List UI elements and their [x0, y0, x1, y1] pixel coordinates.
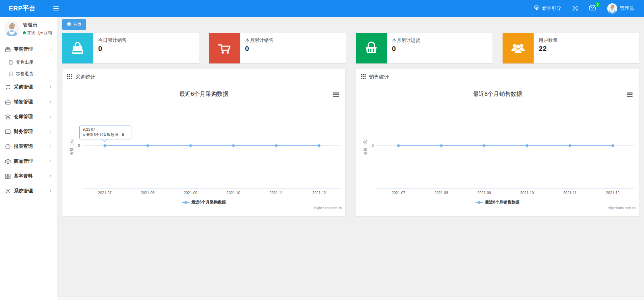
- user-name-label: 管理员: [620, 5, 634, 11]
- sales-stats-panel: 销售统计 最近6个月销售数据 金额（元） 0 最近6个月销售数据 Highcha…: [356, 69, 639, 217]
- data-point[interactable]: [483, 144, 486, 147]
- chart-credits[interactable]: Highcharts.com.cn: [314, 206, 342, 210]
- chart-title: 最近6个月销售数据: [356, 90, 639, 98]
- sidebar-item-retail[interactable]: 零售管理: [0, 42, 57, 57]
- legend-item[interactable]: 最近6个月销售数据: [356, 199, 639, 205]
- data-point[interactable]: [612, 144, 614, 147]
- sidebar-item-label: 零售退货: [16, 71, 33, 77]
- sidebar-item-system[interactable]: 系统管理: [0, 184, 57, 198]
- sidebar-avatar: [4, 21, 20, 36]
- sidebar-user-panel: 管理员 在线 注销: [0, 17, 57, 40]
- sidebar-item-basic-data[interactable]: 基本资料: [0, 169, 57, 184]
- users-icon: [503, 33, 534, 63]
- envelope-icon: [589, 5, 596, 11]
- package-icon: [5, 159, 11, 164]
- legend-item[interactable]: 最近6个月采购数据: [62, 199, 345, 205]
- journal-icon: [8, 72, 13, 76]
- sidebar-item-warehouse[interactable]: 仓库管理: [0, 109, 57, 124]
- grid-icon: [5, 173, 11, 179]
- fullscreen-button[interactable]: [572, 5, 578, 12]
- app-brand: ERP平台: [0, 4, 49, 13]
- sidebar-item-products[interactable]: 商品管理: [0, 154, 57, 169]
- stat-card-label: 本月累计进货: [392, 37, 420, 44]
- sidebar-item-purchase[interactable]: 采购管理: [0, 80, 57, 94]
- sales-chart: 最近6个月销售数据 金额（元） 0 最近6个月销售数据 Highcharts.c…: [356, 85, 639, 216]
- sidebar-item-finance[interactable]: 财务管理: [0, 124, 57, 139]
- page-footer: [57, 297, 644, 300]
- stat-card-month-purchase: 本月累计进货 0: [356, 33, 492, 63]
- purchase-chart: 最近6个月采购数据 金额（元） 0 最近6个月采购数据 Highcharts.c…: [62, 85, 345, 216]
- y-axis-tick: 0: [356, 143, 374, 147]
- tab-home[interactable]: 首页: [62, 19, 86, 30]
- data-point[interactable]: [569, 144, 571, 147]
- data-point[interactable]: [526, 144, 529, 147]
- clock-icon: [5, 144, 11, 149]
- sidebar-item-label: 财务管理: [14, 129, 33, 135]
- home-icon: [67, 22, 71, 27]
- sidebar-toggle-button[interactable]: [49, 0, 63, 17]
- user-menu[interactable]: 管理员: [607, 3, 634, 13]
- chart-context-menu-button[interactable]: [626, 91, 634, 99]
- chevron-left-icon: [50, 101, 53, 104]
- data-point[interactable]: [275, 144, 278, 147]
- sidebar-item-retail-return[interactable]: 零售退货: [0, 68, 57, 80]
- fullscreen-icon: [572, 5, 578, 12]
- online-status-icon: [23, 31, 26, 34]
- top-navbar: ERP平台 新手引导 0: [0, 0, 644, 17]
- data-point[interactable]: [146, 144, 149, 147]
- loop-icon: [5, 84, 11, 90]
- stat-card-value: 0: [98, 45, 127, 53]
- hamburger-icon: [53, 5, 59, 11]
- x-axis-label: 2021-11: [563, 191, 577, 195]
- sidebar-item-retail-outbound[interactable]: 零售出库: [0, 57, 57, 68]
- sidebar-item-label: 商品管理: [14, 158, 33, 164]
- legend-marker-icon: [476, 201, 483, 204]
- x-axis-label: 2021-07: [392, 191, 405, 195]
- sidebar-item-reports[interactable]: 报表查询: [0, 139, 57, 154]
- data-point[interactable]: [104, 144, 106, 147]
- journal-icon: [8, 60, 13, 65]
- x-axis-label: 2021-12: [606, 191, 619, 195]
- gift-icon: [5, 47, 11, 52]
- gear-icon: [5, 188, 11, 194]
- data-point[interactable]: [189, 144, 192, 147]
- tooltip-header: 2021-07: [83, 128, 128, 131]
- stat-card-user-count: 用户数量 22: [503, 33, 639, 63]
- th-grid-icon: [67, 74, 72, 80]
- guide-label: 新手引导: [542, 5, 561, 11]
- data-point[interactable]: [397, 144, 400, 147]
- data-point[interactable]: [440, 144, 443, 147]
- guide-button[interactable]: 新手引导: [534, 5, 561, 11]
- purchase-stats-panel: 采购统计 最近6个月采购数据 金额（元） 0 最近6个月采购数据 Highcha…: [62, 69, 346, 217]
- data-point[interactable]: [232, 144, 235, 147]
- sidebar-item-label: 采购管理: [14, 84, 33, 90]
- sidebar-user-name: 管理员: [23, 22, 52, 28]
- chart-credits[interactable]: Highcharts.com.cn: [608, 206, 636, 210]
- stat-card-value: 0: [392, 45, 420, 53]
- x-axis-label: 2021-10: [226, 191, 240, 195]
- chart-context-menu-button[interactable]: [332, 91, 340, 99]
- chevron-left-icon: [50, 145, 53, 148]
- stat-card-value: 22: [539, 45, 558, 53]
- chevron-left-icon: [50, 115, 53, 118]
- x-axis-label: 2021-10: [520, 191, 534, 195]
- data-point[interactable]: [318, 144, 321, 147]
- sidebar-item-sales[interactable]: 销售管理: [0, 94, 57, 109]
- logout-button[interactable]: 注销: [38, 30, 52, 36]
- main-content: 首页 今日累计销售 0 本月累计销售 0: [57, 17, 644, 300]
- stat-card-month-sales: 本月累计销售 0: [209, 33, 346, 63]
- x-axis-label: 2021-12: [312, 191, 326, 195]
- user-avatar: [607, 3, 617, 13]
- stat-card-label: 本月累计销售: [245, 37, 273, 44]
- chevron-down-icon: [50, 48, 53, 51]
- stat-card-label: 今日累计销售: [98, 37, 127, 44]
- book-icon: [5, 129, 11, 135]
- x-axis-label: 2021-11: [270, 191, 283, 195]
- x-axis-label: 2021-09: [184, 191, 197, 195]
- sign-out-icon: [38, 31, 43, 35]
- tooltip-series-label: 最近6个月采购数据: [86, 132, 118, 137]
- stat-cards-row: 今日累计销售 0 本月累计销售 0 本月累计进货 0: [62, 33, 639, 63]
- legend-marker-icon: [182, 201, 189, 204]
- chart-tooltip: 2021-07 最近6个月采购数据: 0: [79, 126, 131, 139]
- messages-button[interactable]: 0: [589, 5, 596, 11]
